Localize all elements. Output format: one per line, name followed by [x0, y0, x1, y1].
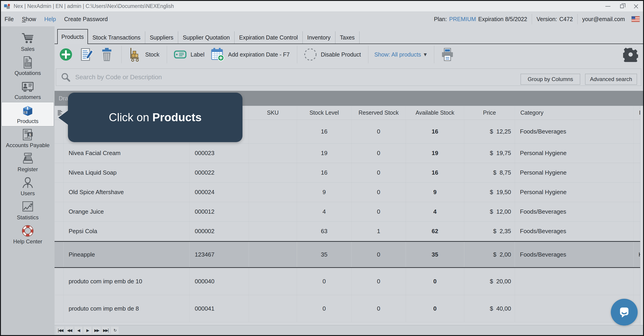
- minimize-button[interactable]: [601, 1, 615, 11]
- version-info: Version: C472: [532, 14, 578, 24]
- restore-button[interactable]: [615, 1, 629, 11]
- column-header-reserved-stock[interactable]: Reserved Stock: [352, 106, 406, 120]
- edit-product-button[interactable]: [79, 47, 94, 62]
- sidebar-item-quotations[interactable]: Quotations: [1, 54, 54, 78]
- stock-button[interactable]: Stock: [128, 47, 160, 62]
- table-row[interactable]: Old Spice Aftershave000024909$19,50Perso…: [54, 183, 643, 202]
- group-by-columns-button[interactable]: Group by Columns: [520, 74, 580, 85]
- cell-sku: [249, 202, 297, 221]
- cell-code: 000012: [190, 202, 249, 221]
- cell-description: Nivea Liquid Soap: [64, 163, 190, 182]
- sidebar-item-register[interactable]: 0.00Register: [1, 150, 54, 174]
- page-next-button[interactable]: ▶: [84, 327, 91, 334]
- chat-bubble-icon: [617, 305, 632, 320]
- page-fast-back-button[interactable]: ◀◀: [66, 327, 73, 334]
- help-icon: [21, 224, 34, 238]
- cell-price: $19,50: [464, 183, 515, 202]
- sidebar-item-help-center[interactable]: Help Center: [1, 223, 54, 247]
- cell-available-stock: 9: [406, 183, 464, 202]
- add-product-button[interactable]: [59, 47, 73, 62]
- table-row[interactable]: Nivea Liquid Soap00002216016$8,75Persona…: [54, 163, 643, 183]
- sidebar-item-sales[interactable]: Sales: [1, 30, 54, 54]
- disable-product-button[interactable]: Disable Product: [303, 47, 361, 62]
- cell-stock-level: 16: [297, 120, 352, 143]
- tab-inventory[interactable]: Inventory: [303, 31, 336, 43]
- table-row[interactable]: produto com imp emb de 8000041000$40,00: [54, 295, 643, 322]
- currency-symbol: $: [490, 128, 493, 135]
- currency-symbol: $: [490, 208, 493, 215]
- sidebar-item-accounts-payable[interactable]: $Accounts Payable: [1, 126, 54, 150]
- page-fast-forward-button[interactable]: ▶▶: [93, 327, 100, 334]
- tab-taxes[interactable]: Taxes: [336, 31, 360, 43]
- price-amount: 19,50: [496, 189, 511, 196]
- vertical-scrollbar[interactable]: [640, 106, 643, 325]
- add-expiration-button[interactable]: Add expiration Date - F7: [210, 47, 290, 62]
- search-box: Group by Columns Advanced search: [56, 68, 641, 86]
- sidebar-item-label: Users: [21, 190, 35, 197]
- delete-product-button[interactable]: [100, 47, 114, 62]
- nexadmin-window: Nex | NexAdmin | EN | admin | C:\Users\N…: [0, 0, 644, 336]
- plan-label: Plan:: [434, 16, 447, 22]
- label-icon: [173, 47, 188, 62]
- tab-products[interactable]: Products: [57, 29, 88, 44]
- cell-price: $19,75: [464, 143, 515, 163]
- table-row[interactable]: Pineapple12346735035$2,00Foods/Beverages…: [54, 241, 643, 268]
- cell-price: $12,00: [464, 202, 515, 221]
- column-header-available-stock[interactable]: Available Stock: [406, 106, 464, 120]
- table-row[interactable]: Nivea Facial Cream00002319019$19,75Perso…: [54, 143, 643, 163]
- account-info-bar: Plan: PREMIUM Expiration 8/5/2022 Versio…: [429, 14, 640, 24]
- column-header-category[interactable]: Category: [515, 106, 634, 120]
- toolbar-divider: [297, 46, 297, 63]
- show-filter-label: Show: All products: [374, 51, 421, 58]
- price-amount: 8,75: [500, 169, 511, 176]
- tab-stock-transactions[interactable]: Stock Transactions: [88, 31, 145, 43]
- advanced-search-button[interactable]: Advanced search: [585, 74, 637, 85]
- page-prev-button[interactable]: ◀: [74, 327, 82, 334]
- table-row[interactable]: produto com imp emb de 10000040000$20,00: [54, 268, 643, 295]
- cell-price: $8,75: [464, 163, 515, 182]
- toolbar-divider: [434, 46, 434, 63]
- tab-supplier-quotation[interactable]: Supplier Quotation: [178, 31, 234, 43]
- print-button[interactable]: [440, 47, 455, 62]
- column-header-stock-level[interactable]: Stock Level: [297, 106, 352, 120]
- cell-description: Nivea Facial Cream: [64, 143, 190, 163]
- menu-item-create-password[interactable]: Create Password: [64, 16, 108, 22]
- refresh-button[interactable]: ↻: [111, 327, 118, 334]
- cell-reserved-stock: 0: [352, 242, 406, 267]
- tab-suppliers[interactable]: Suppliers: [145, 31, 178, 43]
- pagination-bar: |◀◀◀◀◀▶▶▶▶▶|↻: [54, 325, 643, 335]
- column-header-price[interactable]: Price: [464, 106, 515, 120]
- menu-item-show[interactable]: Show: [22, 16, 36, 22]
- sidebar-item-statistics[interactable]: Statistics: [1, 198, 54, 223]
- edit-icon: [79, 47, 94, 62]
- label-button[interactable]: Label: [173, 47, 204, 62]
- column-header-sku[interactable]: SKU: [249, 106, 297, 120]
- cell-rowhandle: [54, 183, 64, 202]
- cell-code: 000024: [190, 183, 249, 202]
- cell-category: Foods/Beverages: [515, 202, 634, 221]
- sidebar-item-products[interactable]: Products: [2, 102, 54, 126]
- svg-text:0.00: 0.00: [28, 153, 31, 156]
- menu-item-help[interactable]: Help: [44, 16, 56, 22]
- menu-item-file[interactable]: File: [4, 16, 14, 22]
- cell-description: Pepsi Cola: [64, 222, 190, 241]
- tab-expiration-date-control[interactable]: Expiration Date Control: [234, 31, 302, 43]
- us-flag-icon[interactable]: [631, 16, 640, 22]
- close-button[interactable]: [629, 1, 643, 11]
- settings-gear-icon[interactable]: [623, 47, 638, 62]
- payable-icon: $: [21, 128, 34, 141]
- table-row[interactable]: Orange Juice000012404$12,00Foods/Beverag…: [54, 202, 643, 222]
- table-row[interactable]: Pepsi Cola00000263162$2,35Foods/Beverage…: [54, 222, 643, 241]
- cell-reserved-stock: 1: [352, 222, 406, 241]
- cell-reserved-stock: 0: [352, 202, 406, 221]
- page-last-button[interactable]: ▶▶|: [102, 327, 110, 334]
- register-icon: 0.00: [21, 152, 34, 165]
- show-filter-dropdown[interactable]: Show: All products▼: [374, 51, 427, 58]
- chat-launcher-button[interactable]: [611, 299, 638, 326]
- cell-reserved-stock: 0: [352, 268, 406, 295]
- sidebar-item-customers[interactable]: Customers: [1, 78, 54, 102]
- drag-hint-text: Dra: [59, 95, 68, 102]
- page-first-button[interactable]: |◀◀: [56, 327, 64, 334]
- sidebar-item-users[interactable]: Users: [1, 174, 54, 198]
- cell-available-stock: 35: [406, 242, 464, 267]
